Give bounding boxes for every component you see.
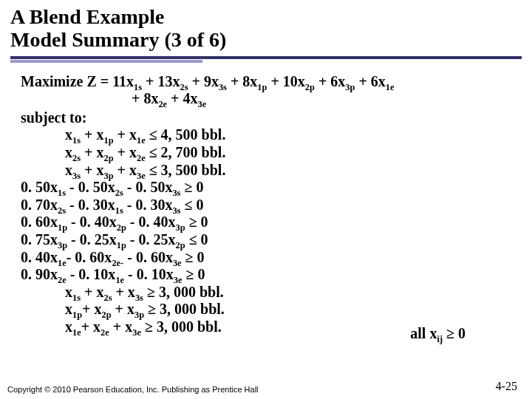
objective-line-2: + 8x2e + 4x3e xyxy=(21,90,514,108)
c-rhs: ≥ 0 xyxy=(180,179,203,195)
c-term: + x xyxy=(109,318,132,335)
constraint-row: x3s + x3p + x3e ≤ 3, 500 bbl. xyxy=(21,162,514,180)
constraint-row: 0. 50x1s - 0. 50x2s - 0. 50x3s ≥ 0 xyxy=(21,179,514,197)
constraint-row: x1s + x1p + x1e ≤ 4, 500 bbl. xyxy=(21,126,514,144)
nonneg-text: all x xyxy=(410,325,437,341)
constraint-row: x2s + x2p + x2e ≤ 2, 700 bbl. xyxy=(21,144,514,162)
obj-sub: 3p xyxy=(345,82,355,92)
obj-sub: 3s xyxy=(219,82,227,92)
c-sub: 2e xyxy=(100,327,109,338)
c-term: - 0. 60x xyxy=(123,249,173,265)
c-term: - 0. 10x xyxy=(124,266,174,282)
nonnegativity: all xij ≥ 0 xyxy=(410,325,466,342)
c-term: - 0. 25x xyxy=(67,231,117,248)
c-term: - 0. 30x xyxy=(66,197,115,213)
c-term: + x xyxy=(81,284,103,300)
c-sub: 1e xyxy=(72,327,81,338)
constraint-row: 0. 75x3p - 0. 25x1p - 0. 25x2p ≤ 0 xyxy=(21,231,514,249)
c-term: - 0. 40x xyxy=(67,214,117,230)
nonneg-sub: ij xyxy=(437,334,443,344)
obj-sub: 1e xyxy=(386,82,395,92)
c-term: 0. 60x xyxy=(21,214,58,230)
constraint-row: 0. 40x1e- 0. 60x2e- - 0. 60x3e ≥ 0 xyxy=(21,249,514,267)
obj-term: + 4x xyxy=(167,90,197,106)
obj-term: + 8x xyxy=(132,90,158,106)
c-term: 0. 75x xyxy=(21,231,58,248)
c-term: 0. 70x xyxy=(21,197,58,213)
obj-term: 11x xyxy=(112,73,134,89)
title-line-1: A Blend Example xyxy=(10,5,164,28)
slide: A Blend Example Model Summary (3 of 6) M… xyxy=(0,0,532,399)
constraint-row: x1p+ x2p + x3p ≥ 3, 000 bbl. xyxy=(21,301,514,318)
c-sub: 3e xyxy=(132,327,141,338)
obj-term: + 6x xyxy=(315,73,345,89)
c-rhs: ≥ 0 xyxy=(182,266,205,282)
title-line-2: Model Summary (3 of 6) xyxy=(10,28,226,51)
c-term: + x xyxy=(114,144,137,160)
obj-term: + 10x xyxy=(267,73,304,89)
constraint-row: 0. 90x2e - 0. 10x1e - 0. 10x3e ≥ 0 xyxy=(21,266,514,284)
title-rule-dark xyxy=(10,56,522,59)
c-term: x xyxy=(65,318,72,335)
maximize-label: Maximize Z = xyxy=(21,73,112,89)
c-term: x xyxy=(65,301,72,317)
c-term: 0. 50x xyxy=(21,179,58,195)
constraint-row: x1s + x2s + x3s ≥ 3, 000 bbl. xyxy=(21,284,514,301)
content-block: Maximize Z = 11x1s + 13x2s + 9x3s + 8x1p… xyxy=(0,63,532,336)
c-rhs: ≤ 3, 500 bbl. xyxy=(146,162,226,178)
constraints: x1s + x1p + x1e ≤ 4, 500 bbl. x2s + x2p … xyxy=(21,126,514,335)
obj-term: + 9x xyxy=(188,73,219,89)
obj-term: + 13x xyxy=(142,73,180,89)
c-term: x xyxy=(65,126,72,143)
obj-sub: 1p xyxy=(257,82,267,92)
constraint-row: 0. 60x1p - 0. 40x2p - 0. 40x3p ≥ 0 xyxy=(21,214,514,231)
c-rhs: ≤ 4, 500 bbl. xyxy=(146,126,226,143)
nonneg-op: ≥ 0 xyxy=(443,325,466,341)
copyright-text: Copyright © 2010 Pearson Education, Inc.… xyxy=(7,385,259,395)
c-rhs: ≥ 3, 000 bbl. xyxy=(143,284,224,300)
obj-term: + 8x xyxy=(227,73,257,89)
c-term: 0. 40x xyxy=(21,249,58,265)
c-term: + x xyxy=(81,318,100,335)
c-term: + x xyxy=(82,301,101,317)
obj-sub: 2p xyxy=(305,82,315,92)
c-rhs: ≤ 0 xyxy=(180,197,203,213)
c-term: + x xyxy=(112,284,134,300)
c-term: - 0. 30x xyxy=(123,197,173,213)
slide-title: A Blend Example Model Summary (3 of 6) xyxy=(0,6,532,55)
c-term: - 0. 50x xyxy=(123,179,173,195)
c-term: x xyxy=(65,284,72,300)
c-term: - 0. 40x xyxy=(126,214,176,230)
subject-to-label: subject to: xyxy=(21,109,514,127)
obj-sub: 2e xyxy=(158,99,167,109)
obj-term: + 6x xyxy=(355,73,385,89)
c-term: 0. 90x xyxy=(21,266,58,282)
c-term: + x xyxy=(112,301,134,317)
c-term: - 0. 10x xyxy=(66,266,116,282)
c-term: x xyxy=(65,144,72,160)
c-term: + x xyxy=(114,126,137,143)
obj-sub: 3e xyxy=(198,99,207,109)
constraint-row: 0. 70x2s - 0. 30x1s - 0. 30x3s ≤ 0 xyxy=(21,197,514,214)
c-term: + x xyxy=(81,126,103,143)
c-term: - 0. 25x xyxy=(126,231,176,248)
c-rhs: ≥ 0 xyxy=(185,214,208,230)
c-rhs: ≤ 0 xyxy=(185,231,208,248)
c-term: + x xyxy=(114,162,137,178)
c-term: x xyxy=(65,162,72,178)
c-rhs: ≥ 3, 000 bbl. xyxy=(144,301,225,317)
page-number: 4-25 xyxy=(496,380,517,393)
c-term: + x xyxy=(81,162,103,178)
c-rhs: ≥ 0 xyxy=(182,249,205,265)
c-term: - 0. 50x xyxy=(66,179,115,195)
c-term: + x xyxy=(81,144,103,160)
c-term: - 0. 60x xyxy=(66,249,112,265)
objective-line-1: Maximize Z = 11x1s + 13x2s + 9x3s + 8x1p… xyxy=(21,73,514,91)
c-rhs: ≥ 3, 000 bbl. xyxy=(141,318,222,335)
c-rhs: ≤ 2, 700 bbl. xyxy=(146,144,226,160)
